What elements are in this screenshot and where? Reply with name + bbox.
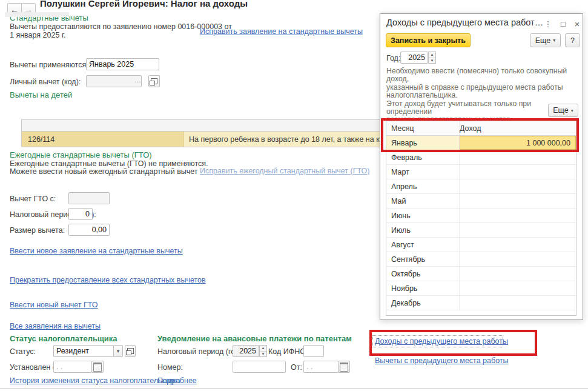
fix-gto-link[interactable]: Исправить ежегодный стандартный вычет (Г… xyxy=(200,167,369,175)
income-cell xyxy=(460,281,576,295)
month-row[interactable]: Февраль xyxy=(386,150,576,165)
ifns-input[interactable] xyxy=(303,345,324,357)
month-row[interactable]: Май xyxy=(386,194,576,209)
patent-from-label: От: xyxy=(291,363,302,372)
children-deductions-heading: Вычеты на детей xyxy=(10,90,72,99)
month-row[interactable]: Октябрь xyxy=(386,267,576,281)
month-cell: Июль xyxy=(386,223,460,237)
status-history-link[interactable]: История изменения статуса налогоплательщ… xyxy=(10,376,180,385)
deduction-code-cell: 126/114 xyxy=(22,132,184,147)
patent-period-spinner[interactable]: ▲▼ xyxy=(259,345,267,357)
personal-code-open-button[interactable] xyxy=(148,75,160,87)
month-row[interactable]: Апрель xyxy=(386,179,576,194)
year-input[interactable] xyxy=(400,52,428,64)
applies-from-label: Вычеты применяются с: xyxy=(10,61,94,69)
patent-period-input[interactable] xyxy=(233,345,259,357)
month-column-header: Месяц xyxy=(386,121,460,135)
personal-code-label: Личный вычет (код): xyxy=(10,78,81,86)
stop-all-deductions-link[interactable]: Прекратить предоставление всех стандартн… xyxy=(10,276,206,284)
income-cell xyxy=(460,267,576,281)
income-by-month-table: Месяц Доход Январь1 000 000,00ФевральМар… xyxy=(386,121,576,316)
month-row[interactable]: Декабрь xyxy=(386,296,576,310)
income-cell xyxy=(460,194,576,208)
dialog-close-button[interactable]: × xyxy=(572,18,583,29)
income-table-header-row: Месяц Доход xyxy=(386,121,576,136)
patent-from-date-input[interactable] xyxy=(303,361,339,373)
month-cell: Июнь xyxy=(386,209,460,222)
year-spinner[interactable]: ▲▼ xyxy=(428,52,436,64)
app-window: ← → Полушкин Сергей Игоревич: Налог на д… xyxy=(0,0,588,391)
gto-from-label: Вычет ГТО с: xyxy=(10,195,56,203)
gto-amount-input[interactable] xyxy=(68,224,110,236)
dialog-menu-button[interactable]: ⋮ xyxy=(543,18,553,29)
patent-section-heading: Уведомление на авансовые платежи по пате… xyxy=(157,334,352,343)
month-row[interactable]: Ноябрь xyxy=(386,281,576,296)
prev-deductions-link[interactable]: Вычеты с предыдущего места работы xyxy=(375,356,509,365)
status-combo-input[interactable] xyxy=(53,345,114,357)
prev-income-link[interactable]: Доходы с предыдущего места работы xyxy=(375,337,508,346)
dialog-more-button[interactable]: Еще ▾ xyxy=(530,33,561,47)
month-row[interactable]: Сентябрь xyxy=(386,252,576,267)
status-section-heading: Статус налогоплательщика xyxy=(10,334,117,343)
open-window-icon xyxy=(151,78,157,84)
income-cell xyxy=(460,165,576,179)
application-info-line2: 1 января 2025 г. xyxy=(10,31,65,39)
chevron-down-icon: ▾ xyxy=(553,38,555,43)
month-row[interactable]: Январь1 000 000,00 xyxy=(386,136,576,150)
applies-from-input[interactable] xyxy=(86,58,159,70)
month-row[interactable]: Март xyxy=(386,165,576,179)
prev-income-link-focus: Доходы с предыдущего места работы xyxy=(372,335,503,347)
maximize-icon: □ xyxy=(561,19,566,28)
dialog-help-button[interactable]: ? xyxy=(565,33,580,47)
table-more-button[interactable]: Еще ▾ xyxy=(548,104,578,117)
gto-from-input[interactable] xyxy=(68,192,110,204)
fix-standard-application-link[interactable]: Исправить заявление на стандартные вычет… xyxy=(200,27,363,36)
choose-ellipsis-icon[interactable]: … xyxy=(134,76,141,84)
dialog-note-text: Необходимо ввести (помесячно) только сов… xyxy=(386,67,572,124)
set-from-date-input[interactable] xyxy=(53,361,92,373)
section-gto-heading: Ежегодные стандартные вычеты (ГТО) xyxy=(10,150,152,159)
month-cell: Октябрь xyxy=(386,267,460,281)
month-row[interactable]: Август xyxy=(386,238,576,252)
chevron-down-icon: ▾ xyxy=(571,108,573,113)
dialog-maximize-button[interactable]: □ xyxy=(558,18,569,29)
month-row[interactable]: Июль xyxy=(386,223,576,238)
number-input[interactable] xyxy=(233,361,286,373)
chevron-down-icon: ▾ xyxy=(117,348,120,354)
open-window-icon xyxy=(127,348,134,354)
month-cell: Сентябрь xyxy=(386,252,460,266)
personal-code-input[interactable] xyxy=(86,75,142,87)
dialog-title: Доходы с предыдущего места работ… xyxy=(386,18,543,27)
new-application-link[interactable]: Ввести новое заявление на стандартные вы… xyxy=(10,247,183,255)
status-open-button[interactable] xyxy=(125,345,136,357)
month-row[interactable]: Июнь xyxy=(386,209,576,223)
gto-info-line2: Можете ввести новый ежегодный стандартны… xyxy=(10,167,198,176)
month-cell: Август xyxy=(386,238,460,252)
month-cell: Март xyxy=(386,165,460,179)
month-cell: Май xyxy=(386,194,460,208)
month-cell: Декабрь xyxy=(386,296,460,310)
new-gto-link[interactable]: Ввести новый вычет ГТО xyxy=(10,301,98,309)
calendar-icon xyxy=(340,363,348,372)
gto-info-line1: Ежегодные стандартные вычеты (ГТО) не пр… xyxy=(10,159,208,168)
income-table-body: Январь1 000 000,00ФевральМартАпрельМайИю… xyxy=(386,136,576,310)
month-cell: Февраль xyxy=(386,150,460,164)
set-from-calendar-button[interactable] xyxy=(91,361,104,373)
gto-period-input[interactable] xyxy=(68,208,93,220)
window-bottom-divider xyxy=(0,388,588,389)
save-and-close-button[interactable]: Записать и закрыть xyxy=(386,33,471,47)
details-link[interactable]: Подробнее xyxy=(157,376,197,385)
page-title: Полушкин Сергей Игоревич: Налог на доход… xyxy=(40,0,367,12)
ifns-label: Код ИФНС: xyxy=(268,347,308,356)
status-dropdown-button[interactable]: ▾ xyxy=(113,345,123,357)
month-cell: Ноябрь xyxy=(386,281,460,295)
set-from-label: Установлен с: xyxy=(10,363,58,372)
status-label: Статус: xyxy=(10,347,36,356)
income-cell xyxy=(460,209,576,222)
all-applications-link[interactable]: Все заявления на вычеты xyxy=(10,322,101,330)
patent-period-label: Налоговый период (год): xyxy=(157,347,244,356)
prev-income-dialog: Доходы с предыдущего места работ… ⋮ □ × … xyxy=(380,13,583,320)
application-info-line1: Вычеты предоставляются по заявлению номе… xyxy=(10,22,232,31)
income-cell xyxy=(460,223,576,237)
patent-from-calendar-button[interactable] xyxy=(338,361,350,373)
